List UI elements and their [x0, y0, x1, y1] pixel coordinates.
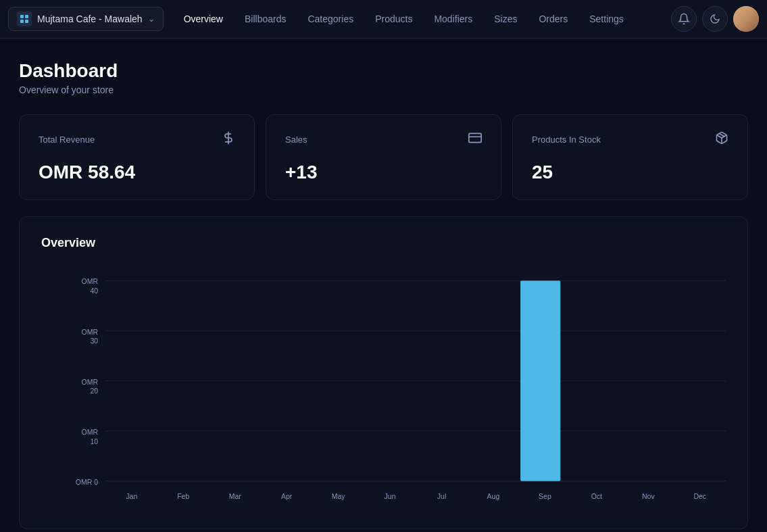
x-label-mar: Mar — [229, 492, 241, 501]
stat-label-revenue: Total Revenue — [39, 135, 95, 145]
x-label-jan: Jan — [126, 492, 137, 501]
svg-rect-2 — [20, 20, 24, 23]
x-label-jun: Jun — [385, 492, 396, 501]
stat-value-sales: +13 — [285, 162, 482, 183]
y-label-10-val: 10 — [90, 437, 98, 445]
x-label-feb: Feb — [177, 492, 189, 501]
nav-modifiers[interactable]: Modifiers — [424, 9, 482, 28]
stat-header-products: Products In Stock — [532, 131, 728, 148]
stat-card-revenue: Total Revenue OMR 58.64 — [19, 114, 255, 200]
nav-orders[interactable]: Orders — [529, 9, 577, 28]
brand-selector[interactable]: Mujtama Cafe - Mawaleh ⌄ — [8, 7, 164, 31]
y-label-30: OMR — [82, 327, 99, 336]
nav-overview[interactable]: Overview — [174, 9, 232, 28]
brand-name: Mujtama Cafe - Mawaleh — [37, 14, 143, 24]
stats-row: Total Revenue OMR 58.64 Sales — [19, 114, 748, 200]
nav-billboards[interactable]: Billboards — [235, 9, 295, 28]
navigation: Mujtama Cafe - Mawaleh ⌄ Overview Billbo… — [0, 0, 767, 39]
chart-area: OMR 40 OMR 10 OMR 20 OMR 30 OMR 0 Jan Fe… — [41, 266, 726, 510]
nav-categories[interactable]: Categories — [298, 9, 363, 28]
svg-line-7 — [719, 134, 724, 137]
svg-rect-5 — [469, 133, 481, 142]
y-label-20: OMR — [82, 377, 99, 386]
y-label-40: OMR — [82, 277, 99, 286]
main-content: Dashboard Overview of your store Total R… — [0, 39, 767, 532]
chart-svg: OMR 40 OMR 10 OMR 20 OMR 30 OMR 0 Jan Fe… — [41, 266, 726, 510]
x-label-oct: Oct — [591, 492, 602, 501]
x-label-aug: Aug — [487, 492, 500, 501]
nav-products[interactable]: Products — [366, 9, 422, 28]
x-label-sep: Sep — [539, 492, 551, 501]
stat-value-products: 25 — [532, 162, 728, 183]
stat-card-products: Products In Stock 25 — [512, 114, 748, 200]
x-label-dec: Dec — [693, 492, 706, 501]
chart-title: Overview — [41, 236, 726, 250]
y-label-0: OMR 0 — [76, 477, 98, 486]
nav-sizes[interactable]: Sizes — [485, 9, 526, 28]
stat-header-revenue: Total Revenue — [39, 131, 235, 148]
svg-rect-1 — [25, 15, 28, 18]
stat-card-sales: Sales +13 — [266, 114, 501, 200]
chart-card: Overview OMR 40 OMR 10 OMR — [19, 216, 748, 529]
dollar-icon — [222, 131, 235, 148]
page-title: Dashboard — [19, 60, 748, 82]
notifications-button[interactable] — [671, 6, 697, 32]
y-label-20-val: 20 — [90, 387, 98, 395]
credit-card-icon — [468, 131, 482, 148]
x-label-nov: Nov — [642, 492, 655, 501]
user-avatar[interactable] — [733, 6, 759, 32]
nav-actions — [671, 6, 759, 32]
y-label-10: OMR — [82, 427, 99, 436]
avatar-image — [733, 6, 759, 32]
stat-header-sales: Sales — [285, 131, 482, 148]
nav-links: Overview Billboards Categories Products … — [174, 9, 671, 28]
nav-settings[interactable]: Settings — [580, 9, 633, 28]
chevron-down-icon: ⌄ — [148, 14, 155, 24]
y-label-40-val: 40 — [90, 287, 98, 295]
brand-icon — [17, 11, 32, 26]
svg-rect-3 — [25, 20, 28, 23]
theme-toggle-button[interactable] — [702, 6, 728, 32]
x-label-apr: Apr — [281, 492, 293, 501]
y-label-30-val: 30 — [90, 337, 98, 345]
svg-rect-0 — [20, 15, 24, 18]
stat-value-revenue: OMR 58.64 — [39, 162, 235, 183]
x-label-may: May — [332, 492, 345, 501]
page-subtitle: Overview of your store — [19, 84, 748, 95]
stat-label-products: Products In Stock — [532, 135, 601, 145]
package-icon — [715, 131, 728, 148]
chart-bar-sep — [520, 281, 560, 481]
stat-label-sales: Sales — [285, 135, 307, 145]
x-label-jul: Jul — [437, 492, 446, 501]
